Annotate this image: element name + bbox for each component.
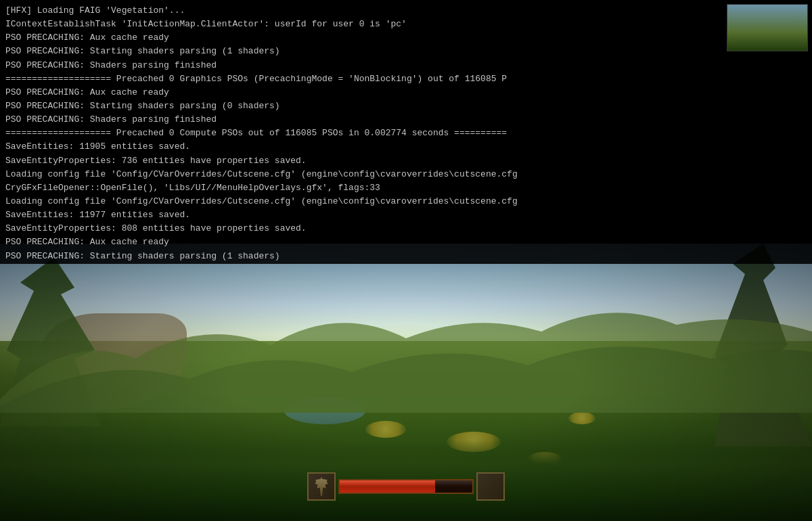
console-overlay: [HFX] Loading FAIG 'Vegetation'... ICont…: [0, 0, 812, 264]
hud-weapon-icon[interactable]: [307, 472, 336, 501]
hud-secondary-icon[interactable]: [476, 472, 505, 501]
hud-health-bar-shine: [340, 480, 472, 493]
loading-thumbnail: [727, 4, 808, 51]
console-text: [HFX] Loading FAIG 'Vegetation'... ICont…: [5, 4, 807, 264]
hud-health-bar: [338, 479, 474, 494]
hud-bar: [307, 472, 505, 501]
app-container: [HFX] Loading FAIG 'Vegetation'... ICont…: [0, 0, 812, 521]
